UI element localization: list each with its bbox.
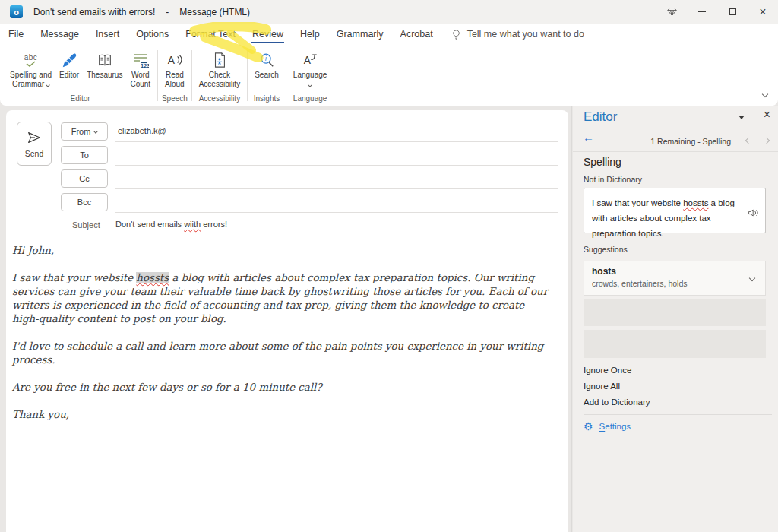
collapse-ribbon-chevron-icon[interactable] (762, 91, 768, 97)
not-in-dictionary-label: Not in Dictionary (584, 175, 642, 184)
body-paragraph-3: Are you free in the next few days or so … (12, 381, 553, 394)
spelling-check-icon: abc (24, 49, 38, 71)
outlook-app-icon: o (10, 5, 23, 18)
window-title-subject: Don't send emails wiith errors! (33, 7, 155, 17)
add-to-dictionary-link[interactable]: Add to Dictionary (584, 397, 650, 407)
spelling-and-grammar-button[interactable]: abc Spelling and Grammar (6, 48, 55, 92)
subject-field-value[interactable]: Don't send emails wiith errors! (115, 220, 227, 229)
ribbon-group-divider (286, 50, 286, 101)
language-translate-icon: A (301, 49, 319, 71)
group-label-language: Language (289, 92, 331, 106)
previous-issue-chevron-icon[interactable] (745, 138, 751, 144)
bcc-field[interactable] (115, 212, 558, 213)
ribbon-tab-bar: File Message Insert Options Format Text … (0, 24, 778, 45)
body-misspelled-word[interactable]: hossts (136, 272, 169, 283)
check-accessibility-icon (211, 49, 228, 71)
pane-misspelled-word: hossts (683, 198, 708, 207)
ribbon: abc Spelling and Grammar Editor (0, 45, 778, 106)
language-button[interactable]: A Language (289, 48, 331, 92)
suggestion-word: hosts (592, 266, 730, 277)
title-bar: o Don't send emails wiith errors! - Mess… (0, 0, 778, 24)
gear-icon: ⚙ (584, 421, 593, 432)
message-compose-area: Send From To Cc Bcc elizabeth.k@ Subject… (6, 110, 568, 532)
word-count-icon: 123 (132, 49, 149, 71)
ribbon-group-accessibility: Check Accessibility Accessibility (195, 48, 244, 106)
svg-text:123: 123 (141, 62, 149, 68)
from-field-value[interactable]: elizabeth.k@ (118, 126, 166, 135)
tab-help[interactable]: Help (292, 24, 328, 44)
from-button[interactable]: From (61, 122, 108, 141)
to-field[interactable] (115, 165, 558, 166)
check-accessibility-button[interactable]: Check Accessibility (195, 48, 244, 92)
tab-format-text[interactable]: Format Text (177, 24, 244, 44)
tab-options[interactable]: Options (128, 24, 177, 44)
pane-divider (584, 414, 772, 415)
body-paragraph-1: I saw that your website hossts a blog wi… (12, 271, 553, 326)
send-label: Send (25, 149, 44, 158)
tab-message[interactable]: Message (32, 24, 87, 44)
to-button[interactable]: To (61, 146, 108, 164)
from-field[interactable] (115, 141, 558, 142)
minimize-button[interactable] (687, 0, 717, 24)
bcc-button[interactable]: Bcc (61, 193, 108, 211)
thesaurus-book-icon (96, 49, 113, 71)
thesaurus-button[interactable]: Thesaurus (83, 48, 126, 92)
group-label-accessibility: Accessibility (195, 92, 244, 106)
tab-acrobat[interactable]: Acrobat (392, 24, 441, 44)
suggestion-chevron-icon (748, 275, 754, 281)
tab-insert[interactable]: Insert (87, 24, 128, 44)
tab-review[interactable]: Review (244, 24, 292, 44)
group-label-speech: Speech (161, 92, 188, 106)
suggestion-options-button[interactable] (738, 261, 765, 295)
read-aloud-button[interactable]: A Read Aloud (161, 48, 188, 92)
send-button[interactable]: Send (17, 122, 52, 166)
editor-pen-icon (61, 49, 77, 71)
send-paper-plane-icon (26, 129, 43, 146)
close-button[interactable]: × (748, 0, 778, 24)
cc-button[interactable]: Cc (61, 169, 108, 188)
subject-misspelled-word: wiith (184, 220, 201, 229)
pane-separator (571, 106, 572, 532)
body-greeting: Hi John, (12, 244, 553, 258)
premium-diamond-icon[interactable] (656, 0, 687, 24)
ribbon-group-divider (157, 50, 158, 101)
ribbon-group-editor: abc Spelling and Grammar Editor (6, 48, 154, 106)
subject-label: Subject (72, 220, 100, 230)
remaining-status: 1 Remaining - Spelling (650, 137, 731, 146)
tab-file[interactable]: File (0, 24, 32, 44)
word-count-button[interactable]: 123 Word Count (126, 48, 154, 92)
ribbon-group-insights: i Search Insights (251, 48, 283, 106)
group-label-insights: Insights (251, 92, 283, 106)
read-aloud-icon: A (166, 49, 184, 71)
suggestion-placeholder-2 (584, 330, 766, 358)
editor-pane-title: Editor (584, 109, 617, 125)
message-body[interactable]: Hi John, I saw that your website hossts … (12, 244, 553, 435)
back-arrow-icon[interactable]: ← (583, 131, 594, 144)
settings-link[interactable]: ⚙ Settings (584, 421, 631, 432)
body-paragraph-4: Thank you, (12, 408, 553, 422)
pane-divider (573, 151, 778, 152)
svg-text:i: i (265, 55, 267, 62)
next-issue-chevron-icon[interactable] (764, 138, 770, 144)
body-paragraph-2: I'd love to schedule a call and learn mo… (12, 340, 553, 367)
ignore-once-link[interactable]: Ignore Once (584, 366, 631, 375)
smart-search-icon: i (258, 49, 275, 71)
ignore-all-link[interactable]: Ignore All (584, 382, 620, 391)
pane-dropdown-caret-icon[interactable] (738, 116, 745, 119)
tell-me-box[interactable]: Tell me what you want to do (451, 29, 584, 40)
spelling-section-title: Spelling (584, 156, 621, 168)
suggestion-item-hosts[interactable]: hosts crowds, entertainers, holds (584, 261, 766, 296)
suggestion-placeholder-1 (584, 299, 766, 326)
read-sentence-speaker-icon[interactable] (748, 207, 760, 223)
dropdown-chevron-icon (308, 83, 312, 87)
editor-button[interactable]: Editor (55, 48, 83, 92)
window-title-separator: - (166, 7, 169, 17)
lightbulb-icon (451, 29, 462, 40)
pane-close-icon[interactable]: × (764, 108, 770, 122)
flagged-sentence-box: I saw that your website hossts a blog wi… (584, 188, 766, 233)
cc-field[interactable] (115, 188, 558, 189)
ribbon-group-language: A Language Language (289, 48, 331, 106)
search-button[interactable]: i Search (251, 48, 283, 92)
tab-grammarly[interactable]: Grammarly (328, 24, 392, 44)
maximize-button[interactable] (717, 0, 748, 24)
